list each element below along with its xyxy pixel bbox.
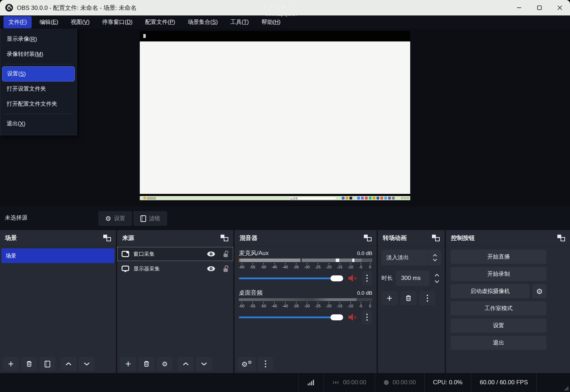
move-scene-up-button[interactable] (60, 357, 77, 371)
channel-menu-button[interactable] (362, 310, 372, 325)
mute-speaker-icon[interactable] (348, 274, 357, 282)
source-row-display-capture[interactable]: 显示器采集 (117, 262, 233, 276)
preview-canvas[interactable]: 搜索 (140, 31, 410, 200)
advanced-audio-button[interactable]: ⚙⚙ (237, 357, 256, 371)
meter-tick-label: -60 (239, 302, 244, 308)
meter-tick-label: -35 (293, 302, 299, 308)
broadcast-icon (332, 380, 339, 385)
captured-search-box: 搜索 (289, 197, 336, 200)
start-recording-button[interactable]: 开始录制 (451, 267, 546, 281)
volume-slider-handle[interactable] (330, 275, 343, 281)
controls-dock-header: 控制按钮 (446, 230, 570, 246)
duration-spinner[interactable] (433, 274, 441, 283)
move-source-up-button[interactable] (178, 357, 194, 371)
remove-source-button[interactable] (138, 357, 155, 371)
menu-scene-collection[interactable]: 场景集合(S) (183, 16, 223, 28)
file-menu-show-recordings[interactable]: 显示录像(R) (0, 32, 77, 47)
gear-icon: ⚙ (536, 288, 543, 295)
stream-time: 00:00:00 (343, 379, 366, 386)
popout-icon[interactable] (557, 235, 565, 241)
mixer-channel-desktop: 桌面音频 0.0 dB -60-55-50-45-40-35-30-25-20-… (235, 286, 376, 325)
file-menu-show-profile-folder[interactable]: 打开配置文件文件夹 (0, 97, 77, 112)
volume-slider-handle[interactable] (330, 314, 343, 320)
meter-tick-label: -60 (239, 263, 244, 269)
volume-slider[interactable] (239, 316, 343, 318)
minimize-button[interactable] (509, 0, 529, 15)
duration-spinbox[interactable]: 300 ms (396, 270, 430, 286)
menu-help[interactable]: 帮助(H) (256, 16, 285, 28)
file-menu-remux[interactable]: 录像转封装(M) (0, 47, 77, 62)
unlock-icon[interactable] (223, 265, 229, 273)
start-streaming-button[interactable]: 开始直播 (451, 250, 546, 264)
source-properties-toolbar-button[interactable]: ⚙ (157, 357, 173, 371)
controls-dock: 控制按钮 开始直播 开始录制 启动虚拟摄像机 ⚙ 工作室模式 设置 退出 (446, 230, 570, 373)
visibility-eye-icon[interactable] (207, 266, 215, 272)
virtual-camera-config-button[interactable]: ⚙ (532, 284, 546, 298)
remove-scene-button[interactable] (21, 357, 37, 371)
volume-slider[interactable] (239, 277, 343, 279)
resize-grip[interactable] (564, 386, 569, 391)
move-source-down-button[interactable] (196, 357, 212, 371)
add-transition-button[interactable]: + (381, 291, 398, 305)
unlock-icon[interactable] (223, 250, 229, 258)
scene-list-item[interactable]: 场景 (1, 248, 114, 263)
remove-transition-button[interactable] (400, 291, 417, 305)
meter-tick-label: -30 (304, 302, 310, 308)
studio-mode-button[interactable]: 工作室模式 (451, 301, 546, 315)
gear-icon: ⚙ (105, 215, 111, 222)
meter-tick-label: -55 (250, 263, 255, 269)
file-menu-exit[interactable]: 退出(X) (0, 116, 77, 131)
meter-tick-label: -15 (337, 302, 342, 308)
channel-level: 0.0 dB (357, 250, 372, 256)
mixer-menu-button[interactable] (258, 357, 273, 371)
popout-icon[interactable] (221, 235, 228, 241)
transition-select[interactable]: 淡入淡出 (381, 250, 441, 265)
menu-profile[interactable]: 配置文件(P) (140, 16, 180, 28)
mute-speaker-icon[interactable] (348, 313, 357, 321)
no-source-label: 未选择源 (5, 214, 27, 222)
popout-icon[interactable] (432, 235, 440, 241)
mixer-dock-header: 混音器 (235, 230, 376, 246)
menu-view[interactable]: 视图(V) (66, 16, 94, 28)
popout-icon[interactable] (103, 235, 111, 241)
meter-tick-label: -25 (315, 263, 321, 269)
meter-tick-label: -25 (315, 302, 321, 308)
taskbar-app-icon (357, 197, 360, 200)
meter-tick-label: -45 (271, 263, 277, 269)
meter-tick-label: -15 (337, 263, 342, 269)
close-button[interactable] (550, 0, 570, 15)
source-filters-button[interactable]: 滤镜 (133, 211, 167, 226)
menu-tools[interactable]: 工具(T) (225, 16, 254, 28)
taskbar-app-icon (346, 197, 348, 200)
add-source-button[interactable]: + (120, 357, 136, 371)
maximize-button[interactable] (529, 0, 550, 15)
meter-tick-label: -10 (348, 302, 353, 308)
source-row-window-capture[interactable]: 窗口采集 (117, 247, 233, 261)
source-properties-button[interactable]: ⚙ 设置 (98, 211, 132, 226)
channel-menu-button[interactable] (362, 271, 372, 286)
obs-window: OBS 30.0.0 - 配置文件: 未命名 - 场景: 未命名 吾爱破解论坛 … (0, 0, 570, 392)
trash-icon (143, 360, 150, 367)
settings-button[interactable]: 设置 (451, 319, 546, 333)
start-virtual-camera-button[interactable]: 启动虚拟摄像机 (451, 284, 530, 298)
meter-tick-label: -5 (359, 263, 363, 269)
meter-tick-label: -45 (271, 302, 277, 308)
menu-docks[interactable]: 停靠窗口(D) (97, 16, 137, 28)
menu-edit[interactable]: 编辑(E) (34, 16, 63, 28)
add-scene-button[interactable]: + (3, 357, 19, 371)
visibility-eye-icon[interactable] (207, 251, 215, 257)
popout-icon[interactable] (364, 235, 372, 241)
file-menu-settings[interactable]: 设置(S) (2, 66, 75, 81)
file-menu-show-settings-folder[interactable]: 打开设置文件夹 (0, 81, 77, 97)
menu-file[interactable]: 文件(F) (4, 16, 32, 28)
transition-select-spinner[interactable] (428, 250, 441, 265)
channel-name: 麦克风/Aux (239, 249, 269, 257)
move-scene-down-button[interactable] (79, 357, 95, 371)
exit-button[interactable]: 退出 (451, 336, 546, 350)
scene-filters-button[interactable] (39, 357, 55, 371)
captured-system-tray (401, 197, 409, 199)
transition-properties-button[interactable] (419, 291, 435, 305)
meter-tick-label: -35 (293, 263, 299, 269)
meter-scale: -60-55-50-45-40-35-30-25-20-15-10-50 (239, 263, 372, 269)
mixer-toolbar: ⚙⚙ (237, 357, 273, 371)
